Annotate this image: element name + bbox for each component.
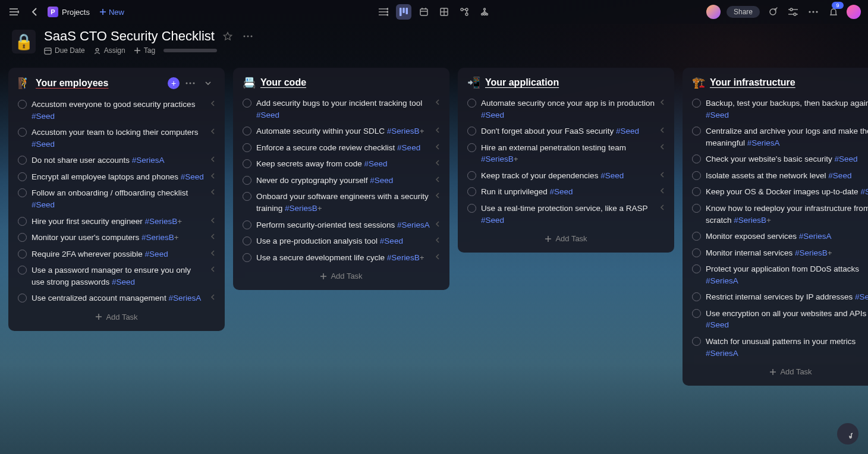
- column-title[interactable]: Your application: [485, 77, 665, 88]
- chevron-left-icon[interactable]: [660, 143, 665, 150]
- view-list-icon[interactable]: [376, 4, 391, 20]
- task-item[interactable]: Keep secrets away from code #Seed: [237, 156, 446, 172]
- task-tag[interactable]: #Seed: [481, 216, 504, 225]
- task-checkbox[interactable]: [18, 100, 27, 109]
- task-tag[interactable]: #Seed: [706, 320, 729, 329]
- task-checkbox[interactable]: [18, 156, 27, 165]
- task-item[interactable]: Watch for unusual patterns in your metri…: [686, 333, 868, 361]
- task-tag[interactable]: #Seed: [370, 176, 393, 185]
- task-item[interactable]: Restrict internal services by IP address…: [686, 289, 868, 305]
- chevron-left-icon[interactable]: [435, 143, 440, 150]
- task-checkbox[interactable]: [243, 220, 251, 229]
- task-item[interactable]: Require 2FA wherever possible #Seed: [12, 246, 221, 263]
- column-header[interactable]: 📇Your code: [237, 74, 446, 95]
- task-item[interactable]: Keep track of your dependencies #Seed: [461, 168, 671, 184]
- task-tag[interactable]: #SeriesB: [387, 253, 420, 262]
- task-checkbox[interactable]: [18, 266, 27, 275]
- task-item[interactable]: Enforce a secure code review checklist #…: [237, 140, 446, 156]
- chevron-left-icon[interactable]: [435, 192, 440, 199]
- due-date-button[interactable]: Due Date: [44, 46, 85, 55]
- task-checkbox[interactable]: [692, 99, 701, 108]
- task-tag[interactable]: #SeriesA: [132, 156, 165, 165]
- task-item[interactable]: Follow an onboarding / offboarding check…: [12, 185, 221, 213]
- notification-icon[interactable]: [826, 5, 841, 19]
- task-checkbox[interactable]: [692, 187, 701, 196]
- task-item[interactable]: Isolate assets at the network level #See…: [686, 168, 868, 184]
- chevron-left-icon[interactable]: [660, 187, 665, 194]
- task-checkbox[interactable]: [243, 176, 251, 185]
- task-tag[interactable]: #Seed: [550, 187, 573, 196]
- task-item[interactable]: Automate security once your app is in pr…: [461, 95, 671, 123]
- task-checkbox[interactable]: [18, 128, 27, 137]
- task-checkbox[interactable]: [467, 99, 476, 108]
- task-checkbox[interactable]: [18, 217, 27, 226]
- task-item[interactable]: Accustom your team to locking their comp…: [12, 124, 221, 152]
- task-checkbox[interactable]: [18, 250, 27, 258]
- back-icon[interactable]: [27, 5, 42, 19]
- task-item[interactable]: Monitor internal services #SeriesB+: [686, 245, 868, 261]
- chevron-left-icon[interactable]: [210, 233, 215, 240]
- chevron-left-icon[interactable]: [435, 99, 440, 106]
- extra-tag-indicator[interactable]: +: [514, 155, 518, 163]
- task-tag[interactable]: #SeriesB: [481, 155, 514, 163]
- task-item[interactable]: Protect your application from DDoS attac…: [686, 261, 868, 289]
- page-icon[interactable]: 🔒: [12, 30, 36, 53]
- extra-tag-indicator[interactable]: +: [177, 217, 182, 226]
- task-item[interactable]: Onboard your software engineers with a s…: [237, 188, 446, 216]
- column-title[interactable]: Your infrastructure: [710, 77, 868, 88]
- assign-button[interactable]: Assign: [93, 46, 125, 55]
- task-tag[interactable]: #SeriesB: [145, 217, 178, 226]
- chevron-left-icon[interactable]: [210, 100, 215, 107]
- column-header[interactable]: 📲Your application: [461, 74, 671, 95]
- task-checkbox[interactable]: [243, 143, 251, 152]
- task-item[interactable]: Hire your first security engineer #Serie…: [12, 213, 221, 230]
- task-checkbox[interactable]: [243, 127, 251, 135]
- chevron-left-icon[interactable]: [210, 266, 215, 273]
- task-checkbox[interactable]: [692, 309, 701, 318]
- task-tag[interactable]: #SeriesA: [747, 138, 780, 147]
- task-item[interactable]: Do not share user accounts #SeriesA: [12, 152, 221, 169]
- chevron-left-icon[interactable]: [210, 250, 215, 257]
- task-item[interactable]: Centralize and archive your logs and mak…: [686, 123, 868, 151]
- task-tag[interactable]: #Seed: [616, 127, 639, 135]
- view-table-icon[interactable]: [436, 4, 452, 20]
- task-checkbox[interactable]: [692, 204, 701, 213]
- chevron-left-icon[interactable]: [660, 204, 665, 211]
- task-tag[interactable]: #Seed: [32, 140, 55, 149]
- chevron-left-icon[interactable]: [435, 237, 440, 244]
- task-item[interactable]: Know how to redeploy your infrastructure…: [686, 200, 868, 228]
- user-avatar[interactable]: [847, 5, 861, 19]
- collapse-icon[interactable]: [201, 76, 215, 90]
- task-tag[interactable]: #SeriesB: [387, 127, 420, 135]
- task-item[interactable]: Keep your OS & Docker images up-to-date …: [686, 184, 868, 200]
- task-checkbox[interactable]: [467, 127, 476, 135]
- chevron-left-icon[interactable]: [435, 176, 440, 183]
- task-item[interactable]: Don't forget about your FaaS security #S…: [461, 123, 671, 140]
- chevron-left-icon[interactable]: [210, 128, 215, 135]
- task-item[interactable]: Use a pre-production analysis tool #Seed: [237, 233, 446, 250]
- task-item[interactable]: Use encryption on all your websites and …: [686, 305, 868, 333]
- task-tag[interactable]: #SeriesB: [795, 248, 828, 257]
- chat-fab[interactable]: [837, 423, 858, 444]
- task-checkbox[interactable]: [18, 294, 27, 302]
- task-item[interactable]: Use a real-time protection service, like…: [461, 200, 671, 228]
- column-more-icon[interactable]: [183, 76, 197, 90]
- chevron-left-icon[interactable]: [210, 294, 215, 301]
- view-tree-icon[interactable]: [477, 4, 492, 20]
- task-item[interactable]: Encrypt all employee laptops and phones …: [12, 169, 221, 185]
- task-checkbox[interactable]: [692, 127, 701, 135]
- board[interactable]: 🧗Your employees+Accustom everyone to goo…: [0, 59, 868, 442]
- task-tag[interactable]: #Seed: [380, 237, 403, 245]
- task-checkbox[interactable]: [243, 237, 251, 245]
- add-card-icon[interactable]: +: [168, 77, 180, 89]
- task-checkbox[interactable]: [692, 264, 701, 273]
- task-tag[interactable]: #Seed: [834, 155, 857, 163]
- task-tag[interactable]: #SeriesA: [799, 232, 832, 241]
- task-tag[interactable]: #SeriesA: [706, 276, 738, 285]
- task-tag[interactable]: #SeriesA: [706, 349, 738, 358]
- settings-icon[interactable]: [786, 5, 800, 19]
- task-tag[interactable]: #Seed: [181, 172, 204, 181]
- updates-icon[interactable]: [766, 5, 780, 19]
- extra-tag-indicator[interactable]: +: [766, 216, 771, 225]
- breadcrumb-projects[interactable]: P Projects: [48, 7, 90, 17]
